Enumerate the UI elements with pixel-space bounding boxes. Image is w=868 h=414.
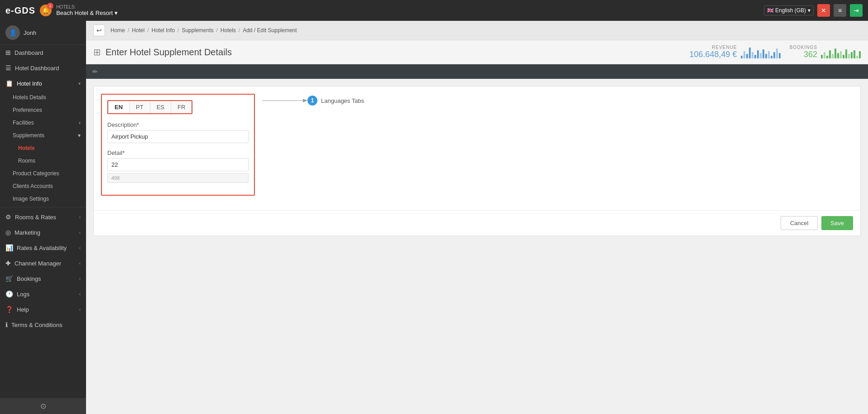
revenue-bar bbox=[779, 53, 781, 58]
bookings-bar bbox=[832, 54, 834, 58]
revenue-bar bbox=[741, 56, 743, 58]
navbar-right: 🇬🇧 English (GB) ▾ ✕ ≡ ⇥ bbox=[764, 4, 863, 17]
menu-button[interactable]: ≡ bbox=[834, 4, 846, 17]
notification-bell[interactable]: 🔔 1 bbox=[40, 5, 52, 16]
content-area: ↩ Home / Hotel / Hotel Info / Supplement… bbox=[86, 21, 868, 414]
page-title-area: ⊞ Enter Hotel Supplement Details bbox=[93, 47, 232, 58]
bookings-block: BOOKINGS 362 bbox=[790, 45, 817, 59]
bookings-icon: 🛒 bbox=[5, 275, 13, 282]
bookings-bar bbox=[824, 52, 825, 58]
detail-input[interactable] bbox=[107, 158, 249, 171]
sidebar-item-logs[interactable]: 🕐 Logs ‹ bbox=[0, 286, 86, 302]
sidebar-item-hotels[interactable]: Hotels bbox=[0, 142, 86, 154]
section-toolbar: ✏ bbox=[86, 64, 868, 79]
revenue-bar bbox=[743, 51, 745, 58]
sidebar-item-image-settings[interactable]: Image Settings bbox=[0, 193, 86, 205]
sidebar-item-preferences[interactable]: Preferences bbox=[0, 104, 86, 116]
facilities-arrow: ‹ bbox=[79, 120, 81, 126]
sidebar-item-rooms-rates[interactable]: ⚙ Rooms & Rates ‹ bbox=[0, 209, 86, 225]
sidebar-item-rooms[interactable]: Rooms bbox=[0, 154, 86, 167]
logs-icon: 🕐 bbox=[5, 290, 13, 298]
language-selector[interactable]: 🇬🇧 English (GB) ▾ bbox=[764, 5, 814, 15]
sep1: / bbox=[128, 27, 129, 34]
sidebar-item-hotels-details[interactable]: Hotels Details bbox=[0, 91, 86, 104]
bookings-label: BOOKINGS bbox=[790, 45, 817, 50]
breadcrumb-back-button[interactable]: ↩ bbox=[93, 24, 105, 36]
form-card: EN PT ES FR Description* bbox=[93, 86, 861, 236]
sidebar-item-hotel-dashboard[interactable]: ☰ Hotel Dashboard bbox=[0, 60, 86, 76]
sidebar-item-supplements[interactable]: Supplements ▾ bbox=[0, 129, 86, 142]
navbar-left: e-GDS 🔔 1 HOTELS: Beach Hotel & Resort ▾ bbox=[5, 5, 118, 16]
revenue-bar bbox=[771, 56, 772, 58]
revenue-value: 106.648,49 € bbox=[690, 50, 737, 59]
breadcrumb-hotel-info[interactable]: Hotel Info bbox=[152, 27, 175, 34]
edit-icon: ✏ bbox=[92, 68, 98, 75]
sidebar-item-hotel-info[interactable]: 📋 Hotel Info ▾ bbox=[0, 76, 86, 91]
save-button[interactable]: Save bbox=[821, 216, 853, 230]
revenue-bar bbox=[776, 48, 778, 58]
tab-en[interactable]: EN bbox=[108, 101, 129, 113]
page-header: ⊞ Enter Hotel Supplement Details REVENUE… bbox=[86, 40, 868, 64]
revenue-bar bbox=[752, 52, 753, 58]
hotel-selector[interactable]: HOTELS: Beach Hotel & Resort ▾ bbox=[56, 5, 118, 16]
channel-icon: ✚ bbox=[5, 260, 11, 267]
sidebar-user: 👤 Jonh bbox=[0, 21, 86, 45]
section-content: ✏ EN PT ES FR bbox=[86, 64, 868, 414]
hotel-label: HOTELS: bbox=[56, 5, 118, 10]
description-input[interactable] bbox=[107, 130, 249, 143]
sidebar: 👤 Jonh ⊞ Dashboard ☰ Hotel Dashboard 📋 H… bbox=[0, 21, 86, 414]
tab-fr[interactable]: FR bbox=[171, 101, 192, 113]
rooms-rates-icon: ⚙ bbox=[5, 213, 11, 221]
card-body: EN PT ES FR Description* bbox=[94, 87, 860, 210]
bookings-bar bbox=[834, 48, 836, 58]
sidebar-item-facilities[interactable]: Facilities ‹ bbox=[0, 116, 86, 129]
sidebar-item-terms[interactable]: ℹ Terms & Conditions bbox=[0, 317, 86, 332]
hotel-info-icon: 📋 bbox=[5, 80, 13, 87]
bookings-value: 362 bbox=[804, 50, 817, 59]
bookings-bar bbox=[840, 51, 842, 58]
revenue-chart bbox=[741, 46, 781, 58]
bookings-bar bbox=[829, 50, 831, 58]
sidebar-item-bookings[interactable]: 🛒 Bookings ‹ bbox=[0, 271, 86, 286]
breadcrumb-supplements[interactable]: Supplements bbox=[182, 27, 213, 34]
notification-count: 1 bbox=[47, 3, 53, 9]
sidebar-item-rates-availability[interactable]: 📊 Rates & Availability ‹ bbox=[0, 240, 86, 255]
page-title-icon: ⊞ bbox=[93, 47, 101, 58]
sidebar-item-clients-accounts[interactable]: Clients Accounts bbox=[0, 180, 86, 193]
bookings-bar bbox=[851, 52, 853, 58]
revenue-bar bbox=[757, 50, 759, 58]
sidebar-item-help[interactable]: ❓ Help ‹ bbox=[0, 302, 86, 317]
sep4: / bbox=[216, 27, 217, 34]
tab-pt[interactable]: PT bbox=[129, 101, 150, 113]
hotel-name[interactable]: Beach Hotel & Resort ▾ bbox=[56, 10, 118, 16]
breadcrumb-home[interactable]: Home bbox=[110, 27, 125, 34]
revenue-bar bbox=[746, 54, 748, 58]
cancel-button[interactable]: Cancel bbox=[781, 216, 818, 230]
sidebar-item-channel-manager[interactable]: ✚ Channel Manager ‹ bbox=[0, 255, 86, 271]
help-arrow: ‹ bbox=[79, 307, 81, 312]
revenue-block: REVENUE 106.648,49 € bbox=[690, 45, 737, 59]
bookings-arrow: ‹ bbox=[79, 276, 81, 281]
sidebar-item-product-categories[interactable]: Product Categories bbox=[0, 167, 86, 180]
callout-text: Languages Tabs bbox=[321, 97, 364, 104]
sidebar-item-marketing[interactable]: ◎ Marketing ‹ bbox=[0, 225, 86, 240]
sep2: / bbox=[147, 27, 149, 34]
main-wrapper: 👤 Jonh ⊞ Dashboard ☰ Hotel Dashboard 📋 H… bbox=[0, 21, 868, 414]
bookings-stat: BOOKINGS 362 bbox=[790, 45, 861, 59]
help-icon: ❓ bbox=[5, 306, 13, 313]
sidebar-item-dashboard[interactable]: ⊞ Dashboard bbox=[0, 45, 86, 60]
breadcrumb-hotel[interactable]: Hotel bbox=[132, 27, 144, 34]
bookings-bar bbox=[837, 53, 839, 58]
breadcrumb-hotels[interactable]: Hotels bbox=[221, 27, 236, 34]
exit-button[interactable]: ⇥ bbox=[850, 4, 863, 17]
svg-marker-1 bbox=[303, 99, 307, 102]
bookings-bar bbox=[859, 51, 861, 58]
detail-group: Detail* 498 bbox=[107, 149, 249, 183]
rates-icon: 📊 bbox=[5, 244, 13, 251]
logs-arrow: ‹ bbox=[79, 292, 81, 297]
tab-es[interactable]: ES bbox=[150, 101, 171, 113]
sidebar-collapse-button[interactable]: ⊙ bbox=[0, 398, 86, 414]
bookings-bar bbox=[821, 55, 823, 58]
close-button[interactable]: ✕ bbox=[817, 4, 830, 17]
app-logo: e-GDS bbox=[5, 5, 35, 16]
